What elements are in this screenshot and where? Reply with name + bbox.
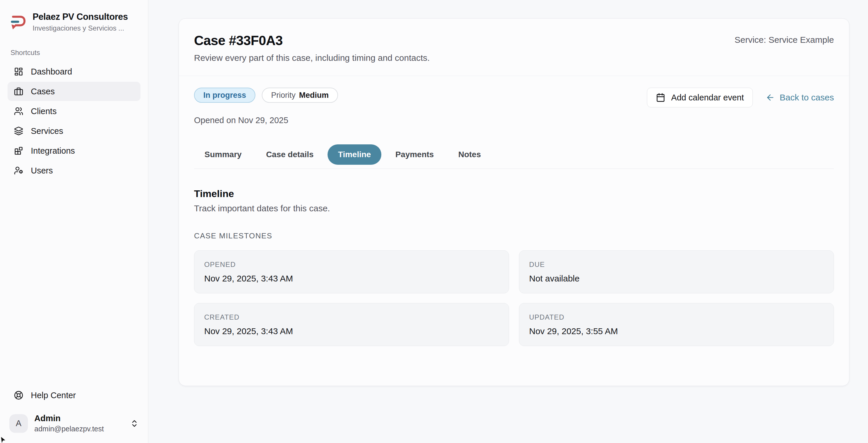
sidebar-nav: Dashboard Cases Clients Services bbox=[7, 61, 141, 181]
sidebar-item-clients[interactable]: Clients bbox=[7, 101, 141, 121]
sidebar-bottom: Help Center A Admin admin@pelaezpv.test bbox=[7, 385, 141, 433]
avatar: A bbox=[9, 414, 28, 433]
shortcuts-section-label: Shortcuts bbox=[10, 49, 141, 57]
company-subtitle: Investigaciones y Servicios ... bbox=[33, 24, 128, 32]
sidebar-item-integrations[interactable]: Integrations bbox=[7, 141, 141, 160]
opened-on-text: Opened on Nov 29, 2025 bbox=[194, 116, 834, 125]
milestone-value: Nov 29, 2025, 3:43 AM bbox=[204, 274, 499, 284]
header-actions: Add calendar event Back to cases bbox=[647, 88, 834, 108]
milestone-label: DUE bbox=[529, 261, 824, 269]
milestone-value: Nov 29, 2025, 3:55 AM bbox=[529, 326, 824, 336]
user-email: admin@pelaezpv.test bbox=[34, 425, 104, 433]
company-logo-icon bbox=[9, 14, 26, 31]
milestone-grid: OPENED Nov 29, 2025, 3:43 AM DUE Not ava… bbox=[194, 250, 834, 346]
meta-row: In progress Priority Medium Add calendar… bbox=[179, 76, 849, 108]
priority-value: Medium bbox=[299, 91, 329, 100]
help-center-item[interactable]: Help Center bbox=[7, 386, 141, 405]
briefcase-icon bbox=[14, 87, 23, 96]
sidebar-item-label: Services bbox=[31, 126, 63, 136]
tab-case-details[interactable]: Case details bbox=[256, 144, 324, 165]
badges: In progress Priority Medium bbox=[194, 88, 338, 103]
timeline-subheading: Track important dates for this case. bbox=[194, 203, 834, 213]
page-description: Review every part of this case, includin… bbox=[194, 53, 430, 63]
milestone-due: DUE Not available bbox=[519, 250, 834, 293]
sidebar-item-cases[interactable]: Cases bbox=[7, 82, 141, 101]
milestone-opened: OPENED Nov 29, 2025, 3:43 AM bbox=[194, 250, 509, 293]
add-calendar-event-button[interactable]: Add calendar event bbox=[647, 88, 753, 108]
sidebar-item-label: Integrations bbox=[31, 146, 75, 156]
tab-timeline[interactable]: Timeline bbox=[328, 144, 381, 165]
status-badge: In progress bbox=[194, 88, 255, 103]
arrow-left-icon bbox=[766, 93, 775, 102]
milestone-value: Not available bbox=[529, 274, 824, 284]
milestone-label: UPDATED bbox=[529, 313, 824, 321]
milestone-label: OPENED bbox=[204, 261, 499, 269]
mouse-cursor bbox=[1, 437, 7, 443]
milestone-value: Nov 29, 2025, 3:43 AM bbox=[204, 326, 499, 336]
priority-badge: Priority Medium bbox=[262, 88, 338, 103]
main-content: Case #33F0A3 Review every part of this c… bbox=[148, 0, 868, 443]
brand[interactable]: Pelaez PV Consultores Investigaciones y … bbox=[7, 10, 141, 32]
dashboard-icon bbox=[14, 67, 23, 76]
blocks-icon bbox=[14, 146, 23, 155]
sidebar-item-users[interactable]: Users bbox=[7, 161, 141, 180]
page-title: Case #33F0A3 bbox=[194, 33, 430, 48]
sidebar: Pelaez PV Consultores Investigaciones y … bbox=[0, 0, 148, 443]
timeline-heading: Timeline bbox=[194, 188, 834, 199]
priority-label: Priority bbox=[271, 91, 296, 100]
case-card: Case #33F0A3 Review every part of this c… bbox=[179, 18, 849, 386]
milestone-label: CREATED bbox=[204, 313, 499, 321]
milestones-section-label: CASE MILESTONES bbox=[194, 231, 834, 240]
add-calendar-event-label: Add calendar event bbox=[671, 93, 744, 102]
company-name: Pelaez PV Consultores bbox=[33, 12, 128, 22]
help-center-label: Help Center bbox=[31, 391, 76, 400]
chevrons-up-down-icon bbox=[130, 419, 139, 428]
user-name: Admin bbox=[34, 414, 104, 423]
milestone-updated: UPDATED Nov 29, 2025, 3:55 AM bbox=[519, 303, 834, 346]
life-buoy-icon bbox=[14, 391, 23, 400]
sidebar-item-dashboard[interactable]: Dashboard bbox=[7, 62, 141, 81]
milestone-created: CREATED Nov 29, 2025, 3:43 AM bbox=[194, 303, 509, 346]
timeline-panel: Timeline Track important dates for this … bbox=[179, 169, 849, 346]
users-icon bbox=[14, 107, 23, 116]
tab-payments[interactable]: Payments bbox=[385, 144, 444, 165]
case-header: Case #33F0A3 Review every part of this c… bbox=[179, 19, 849, 76]
tab-summary[interactable]: Summary bbox=[194, 144, 252, 165]
sidebar-item-services[interactable]: Services bbox=[7, 121, 141, 141]
back-to-cases-label: Back to cases bbox=[780, 93, 834, 102]
calendar-icon bbox=[656, 93, 665, 102]
back-to-cases-link[interactable]: Back to cases bbox=[766, 93, 834, 102]
sidebar-item-label: Cases bbox=[31, 87, 55, 96]
user-cog-icon bbox=[14, 166, 23, 175]
service-label: Service: Service Example bbox=[735, 35, 834, 45]
sidebar-item-label: Dashboard bbox=[31, 67, 72, 77]
tab-notes[interactable]: Notes bbox=[448, 144, 491, 165]
user-menu-trigger[interactable]: A Admin admin@pelaezpv.test bbox=[7, 414, 141, 433]
layers-icon bbox=[14, 126, 23, 136]
sidebar-item-label: Clients bbox=[31, 107, 57, 116]
tab-bar: Summary Case details Timeline Payments N… bbox=[194, 144, 834, 169]
sidebar-item-label: Users bbox=[31, 166, 53, 176]
